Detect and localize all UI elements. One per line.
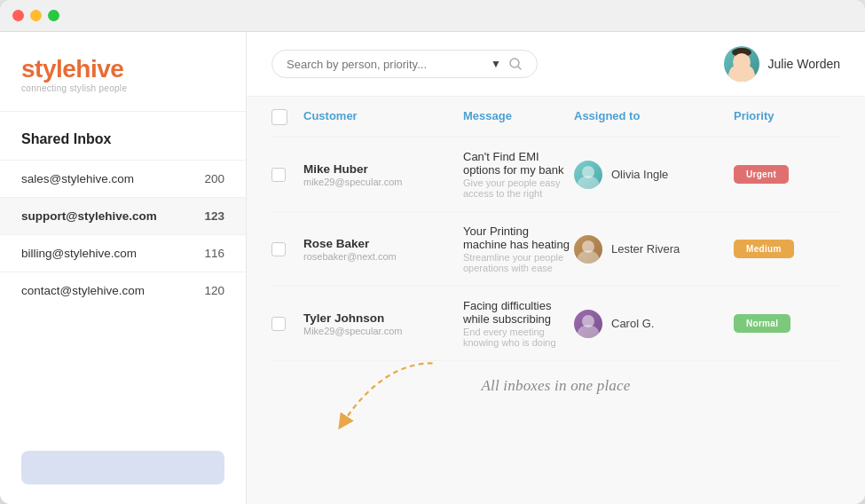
sidebar-section-title: Shared Inbox (0, 131, 246, 160)
inbox-count: 120 (204, 284, 224, 297)
assigned-name: Olivia Ingle (611, 168, 668, 181)
message-title: Your Printing machine has heating (463, 224, 574, 251)
close-button[interactable] (12, 10, 24, 21)
app-body: stylehive connecting stylish people Shar… (0, 32, 865, 504)
search-bar[interactable]: ▼ (271, 50, 538, 78)
row-priority: Normal (734, 314, 840, 333)
row-customer: Mike Huber mike29@specular.com (303, 162, 463, 187)
inbox-email: billing@stylehive.com (21, 247, 137, 260)
table-area[interactable]: Customer Message Assigned to Priority Mi… (247, 97, 865, 504)
customer-email: rosebaker@next.com (303, 251, 463, 262)
message-preview: Give your people easy access to the righ… (463, 177, 574, 199)
priority-badge: Urgent (734, 165, 789, 184)
logo-tagline: connecting stylish people (21, 83, 224, 93)
row-message: Facing difficulties while subscribing En… (463, 299, 574, 348)
annotation-text: All inboxes in one place (271, 361, 840, 402)
sidebar-inbox-item[interactable]: billing@stylehive.com 116 (0, 234, 246, 272)
customer-name: Rose Baker (303, 237, 463, 250)
table-row[interactable]: Tyler Johnson Mike29@specular.com Facing… (271, 287, 840, 361)
sidebar-inbox-item[interactable]: contact@stylehive.com 120 (0, 272, 246, 309)
row-priority: Urgent (734, 165, 840, 184)
row-checkbox-cell (271, 242, 303, 256)
browser-window: stylehive connecting stylish people Shar… (0, 0, 865, 504)
traffic-lights (12, 10, 59, 21)
avatar (724, 46, 759, 82)
row-message: Can't Find EMI options for my bank Give … (463, 150, 574, 199)
main-content: ▼ Julie Worden (247, 32, 865, 504)
row-checkbox-cell (271, 168, 303, 182)
sidebar-inbox-item[interactable]: sales@stylehive.com 200 (0, 160, 246, 197)
customer-email: mike29@specular.com (303, 177, 463, 187)
col-assigned: Assigned to (574, 109, 734, 128)
row-checkbox-cell (271, 317, 303, 331)
main-header: ▼ Julie Worden (247, 32, 865, 97)
inbox-count: 116 (204, 247, 224, 260)
sidebar-footer (0, 435, 246, 504)
row-customer: Tyler Johnson Mike29@specular.com (303, 311, 463, 336)
customer-name: Mike Huber (303, 162, 463, 176)
table-rows: Mike Huber mike29@specular.com Can't Fin… (271, 138, 840, 361)
row-assigned: Carol G. (574, 310, 734, 338)
sidebar-content: Shared Inbox sales@stylehive.com 200 sup… (0, 112, 246, 435)
message-preview: Streamline your people operations with e… (463, 252, 574, 273)
inbox-list: sales@stylehive.com 200 support@stylehiv… (0, 160, 246, 309)
sidebar-action-button[interactable] (21, 451, 224, 484)
row-checkbox[interactable] (271, 168, 286, 182)
row-checkbox[interactable] (271, 242, 286, 256)
search-input[interactable] (287, 58, 484, 71)
table-header: Customer Message Assigned to Priority (271, 97, 840, 138)
inbox-email: support@stylehive.com (21, 209, 157, 223)
row-message: Your Printing machine has heating Stream… (463, 224, 574, 273)
priority-badge: Normal (734, 314, 790, 333)
maximize-button[interactable] (48, 10, 59, 21)
filter-icon[interactable]: ▼ (491, 58, 501, 70)
customer-name: Tyler Johnson (303, 311, 463, 325)
sidebar-logo: stylehive connecting stylish people (0, 32, 246, 112)
inbox-email: contact@stylehive.com (21, 284, 145, 297)
inbox-email: sales@stylehive.com (21, 172, 134, 185)
message-preview: End every meeting knowing who is doing (463, 327, 574, 348)
col-message: Message (463, 109, 574, 128)
user-area: Julie Worden (724, 46, 840, 82)
message-title: Facing difficulties while subscribing (463, 299, 574, 326)
logo-name: stylehive (21, 57, 224, 82)
table-row[interactable]: Rose Baker rosebaker@next.com Your Print… (271, 212, 840, 287)
inbox-count: 200 (204, 172, 224, 185)
svg-line-1 (518, 67, 521, 69)
assigned-name: Lester Rivera (611, 242, 680, 256)
message-title: Can't Find EMI options for my bank (463, 150, 574, 177)
row-checkbox[interactable] (271, 317, 286, 331)
sidebar-inbox-item[interactable]: support@stylehive.com 123 (0, 197, 246, 234)
user-name: Julie Worden (768, 57, 840, 71)
col-customer: Customer (303, 109, 463, 128)
row-customer: Rose Baker rosebaker@next.com (303, 237, 463, 262)
browser-titlebar (0, 0, 865, 32)
row-assigned: Lester Rivera (574, 235, 734, 264)
priority-badge: Medium (734, 240, 794, 258)
row-priority: Medium (734, 240, 840, 258)
sidebar: stylehive connecting stylish people Shar… (0, 32, 247, 504)
assigned-name: Carol G. (611, 317, 654, 330)
minimize-button[interactable] (30, 10, 42, 21)
inbox-count: 123 (204, 209, 224, 223)
table-row[interactable]: Mike Huber mike29@specular.com Can't Fin… (271, 138, 840, 212)
row-assigned: Olivia Ingle (574, 161, 734, 189)
search-icon (508, 57, 523, 71)
customer-email: Mike29@specular.com (303, 326, 463, 336)
select-all-checkbox[interactable] (271, 109, 287, 125)
col-priority: Priority (734, 109, 840, 128)
